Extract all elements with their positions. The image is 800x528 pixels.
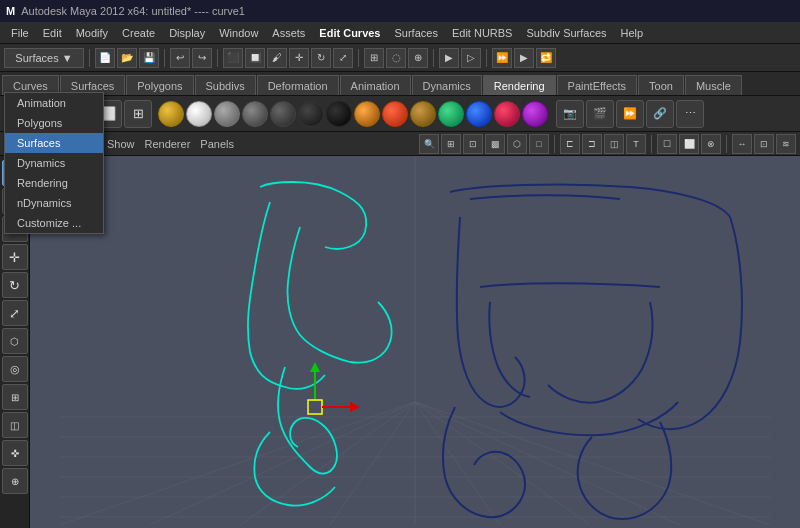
shelf-ball-brown[interactable] <box>410 101 436 127</box>
dd-rendering[interactable]: Rendering <box>5 173 103 193</box>
shelf-ball-green[interactable] <box>438 101 464 127</box>
tab-polygons[interactable]: Polygons <box>126 75 193 95</box>
tab-subdivs[interactable]: Subdivs <box>195 75 256 95</box>
shelf-ball-orange[interactable] <box>354 101 380 127</box>
tb2-icon10[interactable]: T <box>626 134 646 154</box>
tb2-icon3[interactable]: ⊡ <box>463 134 483 154</box>
toolbar2-renderer[interactable]: Renderer <box>140 138 194 150</box>
shelf-icon-extrude[interactable]: ⊞ <box>124 100 152 128</box>
module-dropdown[interactable]: Surfaces ▼ <box>4 48 84 68</box>
tb2-icon13[interactable]: ⊗ <box>701 134 721 154</box>
tb2-icon9[interactable]: ◫ <box>604 134 624 154</box>
tb2-sep2 <box>651 135 652 153</box>
tool-misc[interactable]: ⊕ <box>2 468 28 494</box>
tb2-icon11[interactable]: ☐ <box>657 134 677 154</box>
dd-polygons[interactable]: Polygons <box>5 113 103 133</box>
tool-paint[interactable]: ◎ <box>2 356 28 382</box>
tab-animation[interactable]: Animation <box>340 75 411 95</box>
dd-ndynamics[interactable]: nDynamics <box>5 193 103 213</box>
tb-rotate[interactable]: ↻ <box>311 48 331 68</box>
module-dropdown-container: Surfaces ▼ Animation Polygons Surfaces D… <box>4 48 84 68</box>
dd-dynamics[interactable]: Dynamics <box>5 153 103 173</box>
shelf-ball-gray2[interactable] <box>242 101 268 127</box>
toolbar2-show[interactable]: Show <box>103 138 139 150</box>
shelf-ball-red[interactable] <box>382 101 408 127</box>
tb-ipr[interactable]: ▷ <box>461 48 481 68</box>
tb-save[interactable]: 💾 <box>139 48 159 68</box>
tb2-icon7[interactable]: ⊏ <box>560 134 580 154</box>
menu-window[interactable]: Window <box>212 25 265 41</box>
tb2-icon4[interactable]: ▩ <box>485 134 505 154</box>
tb-play[interactable]: ▶ <box>514 48 534 68</box>
menu-create[interactable]: Create <box>115 25 162 41</box>
menu-file[interactable]: File <box>4 25 36 41</box>
tool-poly-create[interactable]: ⬡ <box>2 328 28 354</box>
shelf-ball-dark1[interactable] <box>270 101 296 127</box>
app-logo: M <box>6 5 15 17</box>
tb-undo[interactable]: ↩ <box>170 48 190 68</box>
shelf-ball-purple[interactable] <box>522 101 548 127</box>
shelf-icon-film[interactable]: 🎬 <box>586 100 614 128</box>
tb-open[interactable]: 📂 <box>117 48 137 68</box>
tb2-icon12[interactable]: ⬜ <box>679 134 699 154</box>
tb-select[interactable]: ⬛ <box>223 48 243 68</box>
tb2-icon8[interactable]: ⊐ <box>582 134 602 154</box>
tab-dynamics[interactable]: Dynamics <box>412 75 482 95</box>
menu-edit-nurbs[interactable]: Edit NURBS <box>445 25 520 41</box>
shelf-ball-white[interactable] <box>186 101 212 127</box>
shelf-ball-blue[interactable] <box>466 101 492 127</box>
dd-customize[interactable]: Customize ... <box>5 213 103 233</box>
tb2-icon16[interactable]: ≋ <box>776 134 796 154</box>
viewport[interactable]: FRONT <box>30 156 800 528</box>
tb-show-anim[interactable]: ⏩ <box>492 48 512 68</box>
shelf-icon-anim-key[interactable]: ⏩ <box>616 100 644 128</box>
tb-snap-grid[interactable]: ⊞ <box>364 48 384 68</box>
menu-edit[interactable]: Edit <box>36 25 69 41</box>
tb-snap-point[interactable]: ⊕ <box>408 48 428 68</box>
tool-cloth[interactable]: ⊞ <box>2 384 28 410</box>
tab-deformation[interactable]: Deformation <box>257 75 339 95</box>
shelf-ball-black[interactable] <box>326 101 352 127</box>
tool-rotate[interactable]: ↻ <box>2 272 28 298</box>
tab-rendering[interactable]: Rendering <box>483 75 556 95</box>
shelf-ball-gray1[interactable] <box>214 101 240 127</box>
shelf-ball-gold[interactable] <box>158 101 184 127</box>
tb-redo[interactable]: ↪ <box>192 48 212 68</box>
tool-scale[interactable]: ⤢ <box>2 300 28 326</box>
menu-edit-curves[interactable]: Edit Curves <box>312 25 387 41</box>
dd-surfaces[interactable]: Surfaces <box>5 133 103 153</box>
dd-animation[interactable]: Animation <box>5 93 103 113</box>
tb2-icon5[interactable]: ⬡ <box>507 134 527 154</box>
tb-snap-curve[interactable]: ◌ <box>386 48 406 68</box>
menu-display[interactable]: Display <box>162 25 212 41</box>
tb2-icon14[interactable]: ↔ <box>732 134 752 154</box>
tab-painteffects[interactable]: PaintEffects <box>557 75 638 95</box>
shelf-icon-dots[interactable]: ⋯ <box>676 100 704 128</box>
tb2-icon15[interactable]: ⊡ <box>754 134 774 154</box>
menu-subdiv[interactable]: Subdiv Surfaces <box>519 25 613 41</box>
tb2-icon1[interactable]: 🔍 <box>419 134 439 154</box>
menu-help[interactable]: Help <box>614 25 651 41</box>
shelf-icon-link[interactable]: 🔗 <box>646 100 674 128</box>
menu-modify[interactable]: Modify <box>69 25 115 41</box>
tool-fluid[interactable]: ◫ <box>2 412 28 438</box>
shelf-icon-camera[interactable]: 📷 <box>556 100 584 128</box>
menu-surfaces[interactable]: Surfaces <box>388 25 445 41</box>
tb-render[interactable]: ▶ <box>439 48 459 68</box>
tb2-icon2[interactable]: ⊞ <box>441 134 461 154</box>
tb-move[interactable]: ✛ <box>289 48 309 68</box>
shelf-ball-dark2[interactable] <box>298 101 324 127</box>
tab-toon[interactable]: Toon <box>638 75 684 95</box>
tb-lasso[interactable]: 🔲 <box>245 48 265 68</box>
tab-muscle[interactable]: Muscle <box>685 75 742 95</box>
tool-hair[interactable]: ✜ <box>2 440 28 466</box>
menu-assets[interactable]: Assets <box>265 25 312 41</box>
tool-move[interactable]: ✛ <box>2 244 28 270</box>
tb-paint[interactable]: 🖌 <box>267 48 287 68</box>
tb2-icon6[interactable]: □ <box>529 134 549 154</box>
tb-new[interactable]: 📄 <box>95 48 115 68</box>
shelf-ball-magenta[interactable] <box>494 101 520 127</box>
toolbar2-panels[interactable]: Panels <box>196 138 238 150</box>
tb-scale[interactable]: ⤢ <box>333 48 353 68</box>
tb-loop[interactable]: 🔁 <box>536 48 556 68</box>
